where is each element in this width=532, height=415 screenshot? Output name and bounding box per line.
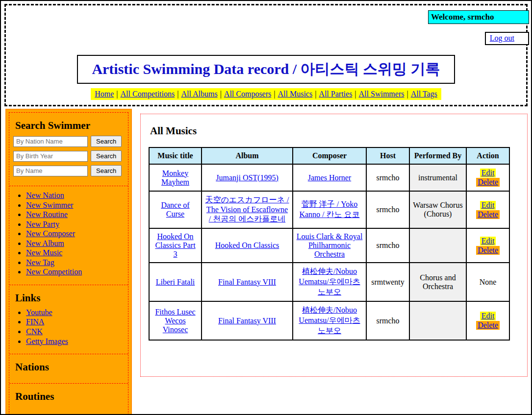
album-link[interactable]: Hooked On Classics bbox=[215, 241, 279, 249]
nations-section: Nations bbox=[9, 354, 128, 384]
nav-link-all-musics[interactable]: All Musics bbox=[278, 90, 312, 98]
list-item: New Party bbox=[26, 220, 128, 229]
composer-cell: James Horner bbox=[293, 164, 366, 191]
external-links-list: Youtube FINA CNK Getty Images bbox=[9, 308, 128, 346]
composer-link[interactable]: James Horner bbox=[308, 173, 351, 182]
logout-box: Log out bbox=[485, 32, 529, 45]
youtube-link[interactable]: Youtube bbox=[26, 308, 52, 317]
delete-link[interactable]: Delete bbox=[476, 178, 500, 187]
music-title-link[interactable]: Hooked On Classics Part 3 bbox=[155, 232, 195, 258]
links-title: Links bbox=[15, 292, 128, 304]
composer-link[interactable]: Louis Clark & Royal Philharmonic Orchest… bbox=[297, 232, 363, 258]
birth-year-input[interactable] bbox=[13, 151, 88, 162]
table-row: Monkey Mayhem Jumanji OST(1995) James Ho… bbox=[149, 164, 509, 191]
section-title: All Musics bbox=[150, 125, 519, 137]
search-row-nation: Search bbox=[13, 136, 128, 147]
new-music-link[interactable]: New Music bbox=[26, 248, 62, 257]
action-cell: Edit Delete bbox=[466, 164, 509, 191]
album-link[interactable]: Final Fantasy VIII bbox=[218, 278, 276, 286]
list-item: Getty Images bbox=[26, 337, 128, 346]
composer-cell: 菅野 洋子 / Yoko Kanno / 칸노 요코 bbox=[293, 191, 366, 228]
nav-link-all-swimmers[interactable]: All Swimmers bbox=[359, 90, 405, 98]
album-link[interactable]: 天空のエスカフローネ / The Vision of Escaflowne / … bbox=[205, 195, 289, 223]
search-birth-year-button[interactable]: Search bbox=[91, 150, 122, 162]
album-link[interactable]: Jumanji OST(1995) bbox=[216, 173, 279, 182]
album-cell: 天空のエスカフローネ / The Vision of Escaflowne / … bbox=[202, 191, 293, 228]
edit-link[interactable]: Edit bbox=[480, 169, 496, 177]
album-cell: Hooked On Classics bbox=[202, 228, 293, 263]
album-cell: Final Fantasy VIII bbox=[202, 263, 293, 301]
composer-link[interactable]: 植松伸夫/Nobuo Uematsu/우에마츠 노부오 bbox=[299, 306, 360, 335]
music-title-link[interactable]: Fithos Lusec Wecos Vinosec bbox=[155, 308, 195, 334]
composer-cell: 植松伸夫/Nobuo Uematsu/우에마츠 노부오 bbox=[293, 301, 366, 340]
delete-link[interactable]: Delete bbox=[476, 321, 500, 330]
search-nation-button[interactable]: Search bbox=[91, 136, 122, 147]
header: Welcome, srmcho Log out Artistic Swimmin… bbox=[4, 4, 528, 106]
composer-link[interactable]: 菅野 洋子 / Yoko Kanno / 칸노 요코 bbox=[299, 200, 359, 219]
content-area: Search Swimmer Search Search Search bbox=[5, 109, 528, 415]
host-cell: srmcho bbox=[366, 191, 409, 228]
nav-link-home[interactable]: Home bbox=[95, 90, 114, 98]
getty-images-link[interactable]: Getty Images bbox=[26, 337, 68, 345]
action-cell: Edit Delete bbox=[466, 228, 509, 263]
page-title: Artistic Swimming Data record / 아티스틱 스위밍… bbox=[77, 55, 455, 84]
nav-link-all-albums[interactable]: All Albums bbox=[181, 90, 217, 98]
logout-link[interactable]: Log out bbox=[490, 34, 514, 42]
new-nation-link[interactable]: New Nation bbox=[26, 191, 64, 199]
list-item: New Swimmer bbox=[26, 201, 128, 210]
list-item: New Routine bbox=[26, 210, 128, 220]
new-album-link[interactable]: New Album bbox=[26, 239, 64, 247]
host-cell: srmtwenty bbox=[366, 263, 409, 301]
music-title-link[interactable]: Dance of Curse bbox=[161, 201, 189, 218]
album-cell: Final Fantasy VIII bbox=[202, 301, 293, 340]
edit-link[interactable]: Edit bbox=[480, 312, 496, 320]
nav-link-all-competitions[interactable]: All Competitions bbox=[121, 90, 175, 98]
nav-link-all-parties[interactable]: All Parties bbox=[319, 90, 352, 98]
search-name-button[interactable]: Search bbox=[91, 165, 122, 176]
search-row-birth-year: Search bbox=[13, 150, 128, 162]
edit-link[interactable]: Edit bbox=[480, 237, 496, 245]
edit-link[interactable]: Edit bbox=[480, 201, 496, 210]
table-row: Liberi Fatali Final Fantasy VIII 植松伸夫/No… bbox=[149, 263, 509, 301]
album-cell: Jumanji OST(1995) bbox=[202, 164, 293, 191]
main-nav: Home|All Competitions|All Albums|All Com… bbox=[91, 88, 441, 100]
music-title-cell: Hooked On Classics Part 3 bbox=[149, 228, 202, 263]
search-swimmer-title: Search Swimmer bbox=[15, 120, 128, 132]
nav-separator: | bbox=[355, 90, 356, 98]
delete-link[interactable]: Delete bbox=[476, 246, 500, 255]
table-row: Hooked On Classics Part 3 Hooked On Clas… bbox=[149, 228, 509, 263]
fina-link[interactable]: FINA bbox=[26, 317, 44, 326]
new-competition-link[interactable]: New Competition bbox=[26, 268, 82, 276]
cnk-link[interactable]: CNK bbox=[26, 327, 43, 336]
nav-link-all-tags[interactable]: All Tags bbox=[411, 90, 437, 98]
album-link[interactable]: Final Fantasy VIII bbox=[218, 317, 276, 325]
nav-separator: | bbox=[177, 90, 178, 98]
header-music-title: Music title bbox=[149, 147, 202, 164]
performed-by-cell: instrumental bbox=[409, 164, 466, 191]
new-routine-link[interactable]: New Routine bbox=[26, 210, 68, 219]
music-title-link[interactable]: Liberi Fatali bbox=[156, 278, 195, 286]
list-item: CNK bbox=[26, 327, 128, 337]
performed-by-cell: Warsaw Chorus (Chorus) bbox=[409, 191, 466, 228]
host-cell: srmcho bbox=[366, 164, 409, 191]
new-swimmer-link[interactable]: New Swimmer bbox=[26, 201, 73, 209]
list-item: New Composer bbox=[26, 229, 128, 239]
composer-cell: 植松伸夫/Nobuo Uematsu/우에마츠 노부오 bbox=[293, 263, 366, 301]
nation-name-input[interactable] bbox=[13, 136, 88, 147]
nav-link-all-composers[interactable]: All Composers bbox=[224, 90, 271, 98]
name-input[interactable] bbox=[13, 166, 88, 176]
delete-link[interactable]: Delete bbox=[476, 210, 500, 219]
action-cell: None bbox=[466, 263, 509, 301]
music-title-link[interactable]: Monkey Mayhem bbox=[161, 169, 189, 186]
list-item: New Tag bbox=[26, 258, 128, 268]
list-item: Youtube bbox=[26, 308, 128, 317]
nav-separator: | bbox=[274, 90, 275, 98]
new-party-link[interactable]: New Party bbox=[26, 220, 59, 228]
new-composer-link[interactable]: New Composer bbox=[26, 229, 75, 238]
table-row: Dance of Curse 天空のエスカフローネ / The Vision o… bbox=[149, 191, 509, 228]
music-title-cell: Dance of Curse bbox=[149, 191, 202, 228]
composer-link[interactable]: 植松伸夫/Nobuo Uematsu/우에마츠 노부오 bbox=[299, 267, 360, 296]
main-content: All Musics Music title Album Composer Ho… bbox=[140, 114, 528, 377]
new-tag-link[interactable]: New Tag bbox=[26, 258, 54, 267]
new-links-list: New Nation New Swimmer New Routine New P… bbox=[9, 191, 128, 277]
